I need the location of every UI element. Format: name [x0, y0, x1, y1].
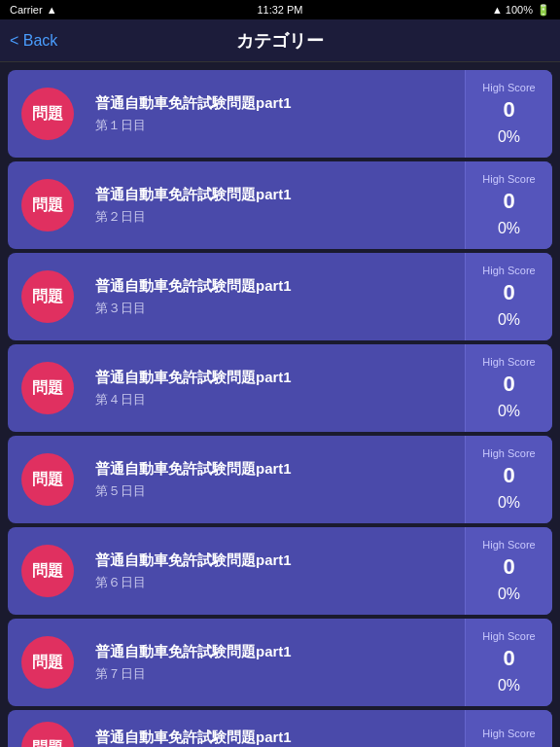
- item-title-7: 普通自動車免許試験問題part1: [95, 729, 457, 747]
- high-score-value-5: 0: [503, 554, 514, 580]
- item-right-3: High Score 0 0%: [465, 344, 552, 432]
- list-item[interactable]: 問題 普通自動車免許試験問題part1 第６日目 High Score 0 0%: [8, 527, 552, 615]
- item-right-5: High Score 0 0%: [465, 527, 552, 615]
- item-title-3: 普通自動車免許試験問題part1: [95, 369, 457, 387]
- item-subtitle-4: 第５日目: [95, 482, 457, 500]
- high-score-percent-3: 0%: [498, 403, 520, 420]
- high-score-label-1: High Score: [482, 173, 535, 186]
- battery-icon: 🔋: [537, 4, 550, 17]
- high-score-value-0: 0: [503, 97, 514, 123]
- high-score-percent-6: 0%: [498, 677, 520, 694]
- high-score-label-5: High Score: [482, 539, 535, 551]
- item-center-4: 普通自動車免許試験問題part1 第５日目: [88, 436, 465, 523]
- mondai-badge-4: 問題: [21, 453, 74, 506]
- item-right-7: High Score 0: [465, 710, 552, 747]
- item-left-0: 問題: [8, 70, 88, 158]
- mondai-badge-5: 問題: [21, 545, 74, 597]
- item-center-2: 普通自動車免許試験問題part1 第３日目: [88, 253, 465, 340]
- mondai-badge-7: 問題: [21, 722, 74, 747]
- item-left-2: 問題: [8, 253, 88, 340]
- mondai-badge-2: 問題: [21, 270, 74, 323]
- list-item[interactable]: 問題 普通自動車免許試験問題part1 第５日目 High Score 0 0%: [8, 436, 552, 523]
- high-score-value-6: 0: [503, 646, 514, 671]
- item-left-5: 問題: [8, 527, 88, 615]
- high-score-label-6: High Score: [482, 630, 535, 643]
- item-right-1: High Score 0 0%: [465, 161, 552, 249]
- mondai-badge-3: 問題: [21, 362, 74, 414]
- item-left-6: 問題: [8, 619, 88, 706]
- high-score-value-1: 0: [503, 189, 514, 214]
- list-item[interactable]: 問題 普通自動車免許試験問題part1 第８日目 High Score 0: [8, 710, 552, 747]
- high-score-label-3: High Score: [482, 356, 535, 369]
- list-item[interactable]: 問題 普通自動車免許試験問題part1 第４日目 High Score 0 0%: [8, 344, 552, 432]
- high-score-label-7: High Score: [482, 728, 535, 740]
- item-left-1: 問題: [8, 161, 88, 249]
- item-right-6: High Score 0 0%: [465, 619, 552, 706]
- item-subtitle-3: 第４日目: [95, 391, 457, 409]
- item-title-4: 普通自動車免許試験問題part1: [95, 460, 457, 479]
- mondai-badge-0: 問題: [21, 88, 74, 140]
- item-right-4: High Score 0 0%: [465, 436, 552, 523]
- high-score-percent-2: 0%: [498, 311, 520, 329]
- list-item[interactable]: 問題 普通自動車免許試験問題part1 第２日目 High Score 0 0%: [8, 161, 552, 249]
- high-score-percent-1: 0%: [498, 220, 520, 237]
- item-center-3: 普通自動車免許試験問題part1 第４日目: [88, 344, 465, 432]
- item-left-4: 問題: [8, 436, 88, 523]
- status-bar: Carrier ▲ 11:32 PM ▲ 100% 🔋: [0, 0, 560, 19]
- high-score-label-2: High Score: [482, 265, 535, 277]
- item-center-6: 普通自動車免許試験問題part1 第７日目: [88, 619, 465, 706]
- back-button[interactable]: < Back: [10, 32, 57, 50]
- list-item[interactable]: 問題 普通自動車免許試験問題part1 第３日目 High Score 0 0%: [8, 253, 552, 340]
- item-center-5: 普通自動車免許試験問題part1 第６日目: [88, 527, 465, 615]
- item-left-7: 問題: [8, 710, 88, 747]
- status-left: Carrier ▲: [10, 4, 57, 16]
- page-title: カテゴリー: [236, 29, 324, 53]
- high-score-label-0: High Score: [482, 82, 535, 94]
- high-score-value-7: 0: [503, 743, 514, 747]
- high-score-percent-0: 0%: [498, 128, 520, 146]
- item-subtitle-0: 第１日目: [95, 117, 457, 134]
- item-subtitle-2: 第３日目: [95, 300, 457, 317]
- item-subtitle-1: 第２日目: [95, 208, 457, 226]
- item-title-5: 普通自動車免許試験問題part1: [95, 551, 457, 570]
- status-time: 11:32 PM: [257, 4, 302, 16]
- high-score-label-4: High Score: [482, 447, 535, 460]
- wifi-icon: ▲: [47, 4, 57, 16]
- item-title-6: 普通自動車免許試験問題part1: [95, 643, 457, 661]
- list-item[interactable]: 問題 普通自動車免許試験問題part1 第７日目 High Score 0 0%: [8, 619, 552, 706]
- item-right-0: High Score 0 0%: [465, 70, 552, 158]
- list-item[interactable]: 問題 普通自動車免許試験問題part1 第１日目 High Score 0 0%: [8, 70, 552, 158]
- high-score-value-4: 0: [503, 463, 514, 488]
- high-score-percent-5: 0%: [498, 586, 520, 603]
- category-list: 問題 普通自動車免許試験問題part1 第１日目 High Score 0 0%…: [0, 62, 560, 747]
- item-subtitle-5: 第６日目: [95, 574, 457, 591]
- item-title-2: 普通自動車免許試験問題part1: [95, 277, 457, 296]
- item-subtitle-6: 第７日目: [95, 665, 457, 683]
- item-title-1: 普通自動車免許試験問題part1: [95, 186, 457, 204]
- item-title-0: 普通自動車免許試験問題part1: [95, 94, 457, 113]
- mondai-badge-1: 問題: [21, 179, 74, 231]
- high-score-percent-4: 0%: [498, 494, 520, 512]
- nav-bar: < Back カテゴリー: [0, 19, 560, 62]
- item-center-1: 普通自動車免許試験問題part1 第２日目: [88, 161, 465, 249]
- signal-icon: ▲ 100%: [492, 4, 533, 16]
- status-right: ▲ 100% 🔋: [492, 4, 550, 17]
- item-left-3: 問題: [8, 344, 88, 432]
- carrier-label: Carrier: [10, 4, 43, 16]
- high-score-value-2: 0: [503, 280, 514, 305]
- item-center-7: 普通自動車免許試験問題part1 第８日目: [88, 710, 465, 747]
- item-right-2: High Score 0 0%: [465, 253, 552, 340]
- high-score-value-3: 0: [503, 372, 514, 397]
- mondai-badge-6: 問題: [21, 636, 74, 689]
- item-center-0: 普通自動車免許試験問題part1 第１日目: [88, 70, 465, 158]
